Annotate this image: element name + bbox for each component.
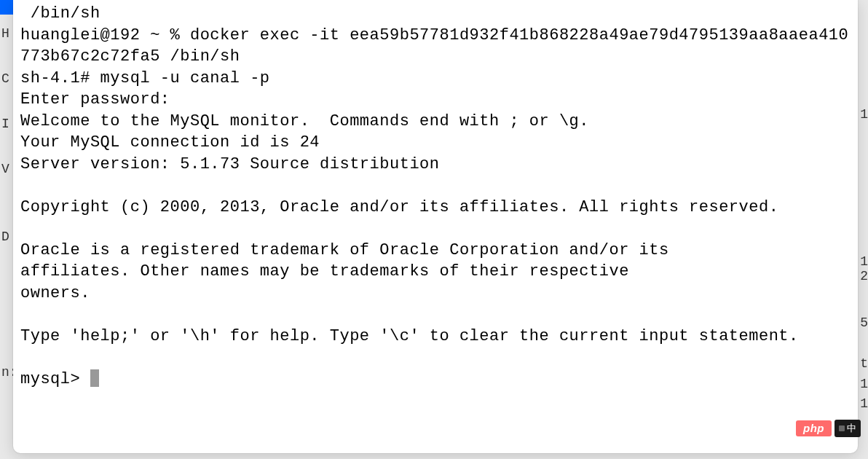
php-badge: php (796, 420, 832, 436)
cn-dot-icon (839, 425, 845, 431)
right-gutter-char: 1 (860, 255, 868, 268)
cn-badge: 中 (835, 420, 861, 437)
watermark-badges: php 中 (796, 420, 861, 437)
right-gutter-char: 1 (860, 397, 868, 410)
right-gutter-char: 1 (860, 108, 868, 121)
terminal-window[interactable]: /bin/sh huanglei@192 ~ % docker exec -it… (13, 0, 858, 453)
terminal-output: /bin/sh huanglei@192 ~ % docker exec -it… (20, 3, 851, 390)
terminal-cursor (90, 369, 99, 387)
right-gutter-char: 5 (860, 316, 868, 329)
right-gutter-char: 2 (860, 270, 868, 283)
right-gutter-char: t (860, 357, 868, 370)
right-gutter-char: 1 (860, 377, 868, 391)
cn-badge-text: 中 (847, 422, 856, 435)
